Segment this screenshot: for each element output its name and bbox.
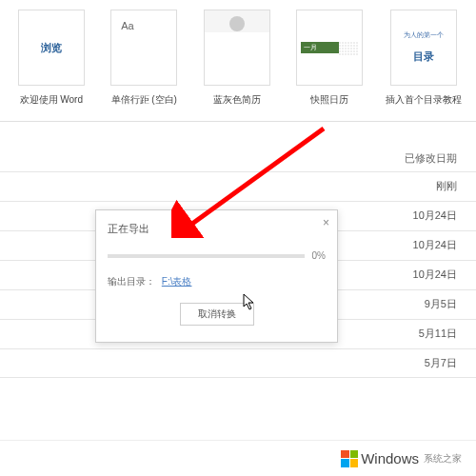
template-thumb xyxy=(204,10,270,86)
template-blank[interactable]: 单倍行距 (空白) xyxy=(108,10,182,107)
template-welcome[interactable]: 浏览 欢迎使用 Word xyxy=(14,10,89,107)
watermark-logo: Windows 系统之家 xyxy=(341,450,462,467)
template-label: 欢迎使用 Word xyxy=(20,93,84,107)
output-row: 输出目录： F:\表格 xyxy=(108,275,326,288)
cancel-button[interactable]: 取消转换 xyxy=(180,303,254,326)
template-label: 单倍行距 (空白) xyxy=(111,93,177,107)
progress-percent: 0% xyxy=(312,250,326,261)
close-icon[interactable]: × xyxy=(323,216,329,229)
progress-bar xyxy=(108,254,305,258)
dialog-title: 正在导出 xyxy=(108,222,326,236)
calendar-grid xyxy=(339,42,358,55)
template-thumb: 为人的第一个 目录 xyxy=(390,10,457,86)
watermark-brand: Windows xyxy=(361,450,419,466)
list-item[interactable]: 刚刚 xyxy=(0,171,476,201)
template-calendar[interactable]: 一月 快照日历 xyxy=(293,10,367,107)
output-label: 输出目录： xyxy=(108,276,155,287)
template-resume[interactable]: 蓝灰色简历 xyxy=(200,10,274,107)
thumb-top-text: 为人的第一个 xyxy=(404,31,444,39)
template-thumb: 浏览 xyxy=(18,10,85,86)
watermark-sub: 系统之家 xyxy=(424,452,462,466)
template-label: 蓝灰色简历 xyxy=(213,93,261,107)
template-thumb: 一月 xyxy=(296,10,363,86)
thumb-text: 目录 xyxy=(413,50,434,64)
thumb-text: 浏览 xyxy=(41,41,62,55)
template-toc[interactable]: 为人的第一个 目录 插入首个目录教程 xyxy=(386,10,462,107)
calendar-month: 一月 xyxy=(301,42,339,53)
export-dialog: 正在导出 × 0% 输出目录： F:\表格 取消转换 xyxy=(95,209,338,343)
watermark: Windows 系统之家 xyxy=(0,440,476,476)
list-item[interactable]: 5月7日 xyxy=(0,348,476,378)
template-label: 插入首个目录教程 xyxy=(386,93,462,107)
template-label: 快照日历 xyxy=(310,93,348,107)
template-gallery: 浏览 欢迎使用 Word 单倍行距 (空白) 蓝灰色简历 一月 快照日历 为人的… xyxy=(0,0,476,122)
template-thumb xyxy=(110,10,177,86)
progress-row: 0% xyxy=(108,250,326,261)
column-header-modified[interactable]: 已修改日期 xyxy=(0,146,476,171)
output-path-link[interactable]: F:\表格 xyxy=(162,276,192,287)
windows-logo-icon xyxy=(341,450,358,467)
